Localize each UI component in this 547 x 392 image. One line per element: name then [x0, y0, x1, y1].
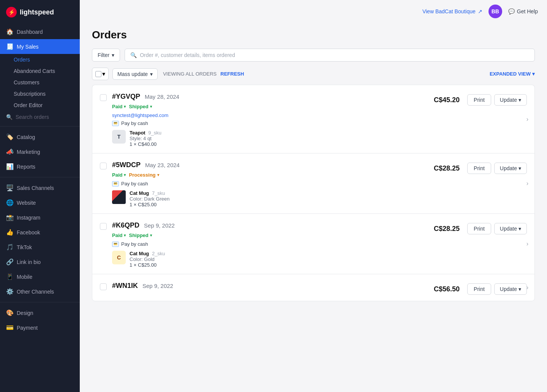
- sidebar-item-sales-channels[interactable]: 🖥️ Sales Channels: [0, 180, 80, 195]
- external-link-icon: ↗: [478, 8, 482, 14]
- item-name-line: Cat Mug 2_sku: [130, 251, 165, 256]
- payment-card-icon: 💳: [112, 242, 119, 247]
- chevron-down-icon: ▾: [150, 104, 152, 109]
- facebook-icon: 👍: [6, 229, 13, 236]
- order-card[interactable]: #5WDCP May 23, 2024 Paid ▾ Processing ▾ …: [92, 153, 535, 213]
- sidebar-item-design[interactable]: 🎨 Design: [0, 305, 80, 320]
- print-button[interactable]: Print: [467, 283, 491, 295]
- topbar: View BadCat Boutique ↗ BB 💬 Get Help: [80, 0, 547, 23]
- user-avatar[interactable]: BB: [489, 5, 502, 18]
- search-bar[interactable]: 🔍 Order #, customer details, items order…: [125, 49, 535, 62]
- chat-icon: 💬: [508, 8, 515, 14]
- sidebar-item-mobile[interactable]: 📱 Mobile: [0, 269, 80, 284]
- sidebar-sub-order-editor[interactable]: Order Editor: [0, 100, 80, 111]
- sidebar-item-instagram[interactable]: 📸 Instagram: [0, 210, 80, 225]
- filter-bar: Filter ▾ 🔍 Order #, customer details, it…: [92, 49, 535, 62]
- sales-icon: 🧾: [6, 43, 13, 50]
- payment-status-badge[interactable]: Paid ▾: [112, 172, 126, 178]
- help-button[interactable]: 💬 Get Help: [508, 8, 538, 14]
- sidebar-sub-orders[interactable]: Orders: [0, 54, 80, 65]
- sidebar-search[interactable]: 🔍 Search orders: [0, 111, 80, 123]
- order-item: Cat Mug 7_sku Color: Dark Green 1 × C$25…: [112, 190, 428, 207]
- print-button[interactable]: Print: [467, 94, 491, 106]
- chevron-down-icon: ▾: [112, 52, 114, 58]
- expanded-view-button[interactable]: EXPANDED VIEW ▾: [490, 71, 535, 77]
- order-payment: 💳 Pay by cash: [112, 181, 428, 187]
- sidebar-item-catalog[interactable]: 🏷️ Catalog: [0, 130, 80, 144]
- sidebar-sub-abandoned-carts[interactable]: Abandoned Carts: [0, 65, 80, 77]
- sidebar-item-website[interactable]: 🌐 Website: [0, 195, 80, 210]
- sidebar-item-label: Link in bio: [17, 259, 41, 265]
- sidebar-sub-customers[interactable]: Customers: [0, 77, 80, 88]
- select-all-checkbox[interactable]: ▾: [92, 68, 109, 80]
- website-icon: 🌐: [6, 199, 13, 206]
- fulfillment-status-badge[interactable]: Shipped ▾: [129, 232, 152, 238]
- order-header: #K6QPD Sep 9, 2022: [112, 221, 428, 229]
- item-qty: 1 × C$40.00: [130, 141, 161, 147]
- sidebar-item-marketing[interactable]: 📣 Marketing: [0, 144, 80, 159]
- order-card[interactable]: #K6QPD Sep 9, 2022 Paid ▾ Shipped ▾ 💳 P: [92, 213, 535, 274]
- order-checkbox[interactable]: [100, 163, 107, 169]
- sidebar-item-reports[interactable]: 📊 Reports: [0, 159, 80, 174]
- chevron-down-icon: ▾: [519, 226, 521, 232]
- sidebar-item-my-sales[interactable]: 🧾 My Sales: [0, 39, 80, 54]
- order-checkbox[interactable]: [100, 283, 107, 290]
- print-button[interactable]: Print: [467, 163, 491, 174]
- other-channels-icon: ⚙️: [6, 288, 13, 295]
- item-name: Teapot: [130, 130, 145, 136]
- sidebar-sub-subscriptions[interactable]: Subscriptions: [0, 88, 80, 100]
- order-header: #5WDCP May 23, 2024: [112, 161, 428, 169]
- chevron-right-icon: ›: [526, 240, 528, 247]
- print-button[interactable]: Print: [467, 223, 491, 234]
- mass-update-button[interactable]: Mass update ▾: [112, 68, 158, 80]
- sidebar-item-label: Reports: [17, 164, 35, 170]
- chevron-down-icon: ▾: [532, 71, 535, 77]
- sidebar-item-link-in-bio[interactable]: 🔗 Link in bio: [0, 254, 80, 269]
- store-link[interactable]: View BadCat Boutique ↗: [422, 8, 482, 14]
- order-card[interactable]: #YGVQP May 28, 2024 Paid ▾ Shipped ▾ syn…: [92, 85, 535, 153]
- store-link-label: View BadCat Boutique: [422, 8, 476, 14]
- sidebar-item-label: TikTok: [17, 244, 32, 250]
- sidebar-item-payment[interactable]: 💳 Payment: [0, 320, 80, 335]
- fulfillment-status-badge[interactable]: Processing ▾: [129, 172, 159, 178]
- page-title: Orders: [92, 29, 535, 41]
- payment-status-badge[interactable]: Paid ▾: [112, 104, 126, 109]
- order-checkbox[interactable]: [100, 223, 107, 230]
- item-details: Teapot 9_sku Style: 4 qt 1 × C$40.00: [130, 130, 161, 147]
- order-date: May 28, 2024: [145, 93, 179, 100]
- update-button[interactable]: Update ▾: [494, 163, 527, 174]
- viewing-label: VIEWING ALL ORDERS: [163, 71, 217, 77]
- design-icon: 🎨: [6, 309, 13, 316]
- item-name: Cat Mug: [130, 190, 149, 196]
- sidebar-item-tiktok[interactable]: 🎵 TikTok: [0, 240, 80, 254]
- order-email[interactable]: synctest@lightspeed.com: [112, 112, 428, 118]
- sidebar-item-dashboard[interactable]: 🏠 Dashboard: [0, 24, 80, 39]
- payment-status-badge[interactable]: Paid ▾: [112, 232, 126, 238]
- payment-method: Pay by cash: [121, 181, 148, 187]
- item-name-line: Teapot 9_sku: [130, 130, 161, 136]
- chevron-down-icon: ▾: [124, 173, 126, 177]
- app-name: lightspeed: [20, 8, 54, 16]
- refresh-button[interactable]: REFRESH: [220, 71, 244, 77]
- update-button[interactable]: Update ▾: [494, 283, 527, 295]
- order-card[interactable]: #WN1IK Sep 9, 2022 C$56.50 Print Update …: [92, 274, 535, 301]
- sidebar-item-label: Design: [17, 310, 33, 316]
- item-variant: Color: Dark Green: [130, 196, 169, 202]
- order-item: C Cat Mug 2_sku Color: Gold 1 × C$25.00: [112, 251, 428, 268]
- filter-button[interactable]: Filter ▾: [92, 49, 120, 62]
- app-logo[interactable]: ⚡ lightspeed: [0, 0, 80, 24]
- update-button[interactable]: Update ▾: [494, 223, 527, 234]
- sidebar-item-other-channels[interactable]: ⚙️ Other Channels: [0, 284, 80, 299]
- search-placeholder: Order #, customer details, items ordered: [140, 52, 235, 58]
- sidebar-item-label: Other Channels: [17, 289, 54, 295]
- sidebar-item-facebook[interactable]: 👍 Facebook: [0, 225, 80, 240]
- sidebar-item-label: Facebook: [17, 229, 40, 236]
- sidebar-item-label: Dashboard: [17, 29, 43, 35]
- update-button[interactable]: Update ▾: [494, 94, 527, 106]
- order-checkbox[interactable]: [100, 94, 107, 101]
- order-payment: 💳 Pay by cash: [112, 241, 428, 247]
- order-body: #YGVQP May 28, 2024 Paid ▾ Shipped ▾ syn…: [112, 93, 428, 147]
- fulfillment-status-badge[interactable]: Shipped ▾: [129, 104, 152, 109]
- item-details: Cat Mug 2_sku Color: Gold 1 × C$25.00: [130, 251, 165, 268]
- item-thumbnail: [112, 190, 126, 204]
